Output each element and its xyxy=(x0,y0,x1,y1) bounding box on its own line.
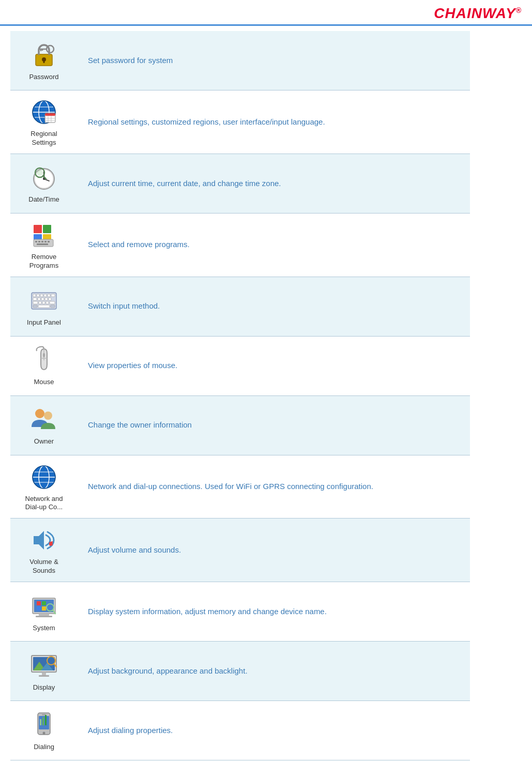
owner-description: Change the owner information xyxy=(78,414,470,436)
list-item[interactable]: Date/Time Adjust current time, current d… xyxy=(10,154,470,214)
svg-rect-47 xyxy=(41,298,44,300)
network-label: Network andDial-up Co... xyxy=(25,495,63,512)
password-label: Password xyxy=(29,73,58,82)
network-icon-col: Network andDial-up Co... xyxy=(10,455,78,519)
svg-rect-27 xyxy=(34,225,42,233)
list-item[interactable]: Dialing Adjust dialing properties. xyxy=(10,701,470,760)
svg-rect-43 xyxy=(48,294,50,297)
svg-rect-36 xyxy=(48,241,50,242)
list-item[interactable]: Owner Change the owner information xyxy=(10,396,470,455)
mouse-icon-col: Mouse xyxy=(10,339,78,393)
svg-rect-45 xyxy=(33,298,37,300)
input-panel-label: Input Panel xyxy=(27,318,61,327)
system-label: System xyxy=(33,624,55,633)
svg-rect-80 xyxy=(36,616,52,617)
svg-rect-57 xyxy=(51,305,55,308)
svg-rect-55 xyxy=(33,305,37,308)
svg-rect-32 xyxy=(35,241,37,242)
owner-icon-col: Owner xyxy=(10,398,78,452)
display-description: Adjust background, appearance and backli… xyxy=(78,660,470,682)
svg-point-26 xyxy=(37,170,43,176)
input-panel-description: Switch input method. xyxy=(78,295,470,317)
display-label: Display xyxy=(33,683,55,692)
svg-rect-39 xyxy=(33,294,36,297)
svg-rect-85 xyxy=(42,672,46,675)
svg-rect-37 xyxy=(37,243,48,245)
svg-rect-54 xyxy=(50,301,55,304)
svg-rect-33 xyxy=(38,241,40,242)
svg-rect-31 xyxy=(34,239,53,247)
list-item[interactable]: Mouse View properties of mouse. xyxy=(10,337,470,396)
svg-rect-48 xyxy=(45,298,48,300)
svg-point-3 xyxy=(47,45,54,53)
remove-programs-description: Select and remove programs. xyxy=(78,234,470,256)
logo-reg: ® xyxy=(516,6,522,14)
svg-rect-74 xyxy=(42,601,46,605)
svg-rect-56 xyxy=(38,305,50,308)
svg-rect-76 xyxy=(42,606,46,611)
owner-label: Owner xyxy=(34,437,54,446)
svg-rect-40 xyxy=(37,294,39,297)
regional-settings-icon xyxy=(28,97,59,128)
volume-label: Volume &Sounds xyxy=(29,558,58,575)
regional-settings-description: Regional settings, customized regions, u… xyxy=(78,111,470,133)
dialing-label: Dialing xyxy=(34,743,54,752)
list-item[interactable]: Volume &Sounds Adjust volume and sounds. xyxy=(10,519,470,582)
page-header: CHAINWAY® xyxy=(0,0,532,26)
svg-rect-35 xyxy=(44,241,47,242)
system-description: Display system information, adjust memor… xyxy=(78,601,470,623)
svg-rect-14 xyxy=(45,113,55,116)
svg-rect-93 xyxy=(40,719,41,725)
system-icon xyxy=(28,591,59,622)
network-description: Network and dial-up connections. Used fo… xyxy=(78,476,470,498)
svg-rect-28 xyxy=(43,225,51,233)
remove-programs-icon-col: RemovePrograms xyxy=(10,214,78,277)
remove-programs-icon xyxy=(28,220,59,251)
dialing-description: Adjust dialing properties. xyxy=(78,720,470,742)
svg-rect-2 xyxy=(43,60,45,63)
svg-rect-94 xyxy=(42,717,44,725)
regional-settings-icon-col: RegionalSettings xyxy=(10,90,78,154)
logo: CHAINWAY® xyxy=(434,5,522,22)
list-item[interactable]: System Display system information, adjus… xyxy=(10,582,470,642)
input-panel-icon-col: Input Panel xyxy=(10,279,78,333)
svg-rect-34 xyxy=(41,241,43,242)
volume-description: Adjust volume and sounds. xyxy=(78,539,470,561)
volume-icon xyxy=(28,525,59,556)
system-icon-col: System xyxy=(10,585,78,639)
network-icon xyxy=(28,462,59,493)
svg-rect-44 xyxy=(51,294,55,297)
svg-rect-95 xyxy=(45,715,47,725)
svg-point-91 xyxy=(43,731,45,734)
datetime-icon-col: Date/Time xyxy=(10,156,78,210)
svg-point-61 xyxy=(35,409,44,418)
svg-rect-52 xyxy=(42,301,45,304)
svg-rect-46 xyxy=(38,298,40,300)
svg-rect-41 xyxy=(40,294,43,297)
list-item[interactable]: Network andDial-up Co... Network and dia… xyxy=(10,455,470,519)
password-icon-col: Password xyxy=(10,34,78,88)
logo-text: CHAINWAY xyxy=(434,5,515,21)
display-icon-col: Display xyxy=(10,644,78,698)
list-item[interactable]: RemovePrograms Select and remove program… xyxy=(10,214,470,277)
password-description: Set password for system xyxy=(78,50,470,72)
datetime-label: Date/Time xyxy=(28,195,59,204)
list-item[interactable]: Password Set password for system xyxy=(10,31,470,90)
datetime-description: Adjust current time, current date, and c… xyxy=(78,173,470,195)
svg-rect-86 xyxy=(39,675,49,677)
svg-rect-42 xyxy=(44,294,47,297)
list-item[interactable]: Display Adjust background, appearance an… xyxy=(10,642,470,701)
svg-rect-73 xyxy=(37,601,41,605)
svg-rect-60 xyxy=(43,353,45,357)
display-icon xyxy=(28,650,59,681)
list-item[interactable]: RegionalSettings Regional settings, cust… xyxy=(10,90,470,154)
list-item[interactable]: Input Panel Switch input method. xyxy=(10,277,470,337)
regional-settings-label: RegionalSettings xyxy=(31,130,57,147)
svg-marker-69 xyxy=(34,531,44,550)
dialing-icon-col: Dialing xyxy=(10,704,78,758)
volume-icon-col: Volume &Sounds xyxy=(10,519,78,582)
svg-point-62 xyxy=(44,412,52,420)
input-panel-icon xyxy=(28,285,59,316)
mouse-description: View properties of mouse. xyxy=(78,355,470,377)
password-icon xyxy=(28,40,59,71)
